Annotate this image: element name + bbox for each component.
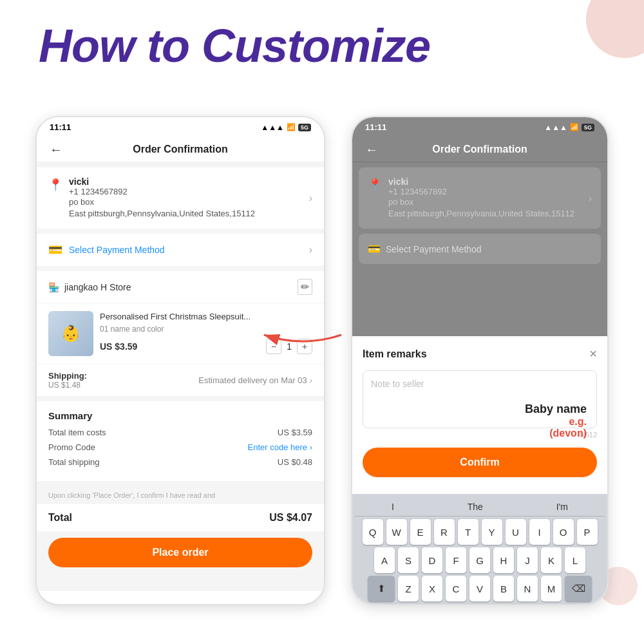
address-card[interactable]: 📍 vicki +1 1234567892 po box East pittsb… [37,167,324,229]
payment-method-row[interactable]: 💳 Select Payment Method › [37,234,324,266]
key-s[interactable]: S [398,547,419,573]
confirm-button[interactable]: Confirm [363,448,597,477]
payment-arrow-icon: › [309,244,312,256]
right-address-city: East pittsburgh,Pennsylvania,United Stat… [388,208,582,220]
key-x[interactable]: X [422,576,442,601]
promo-row[interactable]: Promo Code Enter code here › [48,442,312,452]
address-phone: +1 1234567892 [69,187,303,196]
right-address-name: vicki [388,176,582,187]
suggestion-the[interactable]: The [468,502,483,512]
key-q[interactable]: Q [363,519,383,545]
deco-circle-top-right [586,0,644,58]
space-key[interactable]: space [445,604,548,605]
key-a[interactable]: A [374,547,395,573]
keyboard-row-bottom: 123 🙂 space return [355,604,605,605]
status-bar-left: 11:11 ▲▲▲ 📶 5G [37,117,324,137]
nav-bar-left: ← Order Confirmation [37,137,324,162]
status-icons-right: ▲▲▲ 📶 5G [544,123,594,132]
right-address-card: 📍 vicki +1 1234567892 po box East pittsb… [359,167,601,229]
suggestion-i[interactable]: I [392,502,394,512]
remarks-header: Item remarks × [363,346,597,361]
right-background-overlay: 📍 vicki +1 1234567892 po box East pittsb… [352,162,607,336]
key-p[interactable]: P [577,519,598,545]
keyboard-suggestions: I The I'm [355,498,605,516]
baby-name-example: e.g. (devon) [525,416,587,439]
wifi-icon-right: 📶 [570,123,579,131]
address-info: vicki +1 1234567892 po box East pittsbur… [69,176,303,220]
key-n[interactable]: N [517,576,538,601]
shipping-cost: US $1.48 [48,381,87,390]
right-location-icon: 📍 [368,178,382,192]
key-j[interactable]: J [517,547,538,573]
key-y[interactable]: Y [482,519,502,545]
remarks-placeholder: Note to seller [371,379,424,389]
key-b[interactable]: B [493,576,514,601]
key-r[interactable]: R [434,519,455,545]
store-header: 🏪 jiangkao H Store ✏ [37,271,324,303]
key-o[interactable]: O [553,519,574,545]
address-street: po box [69,196,303,208]
signal-icon-right: ▲▲▲ [544,123,567,132]
key-i[interactable]: I [529,519,550,545]
promo-value: Enter code here › [248,442,312,452]
key-l[interactable]: L [565,547,585,573]
key-f[interactable]: F [446,547,466,573]
key-z[interactable]: Z [398,576,419,601]
keyboard-row-2: A S D F G H J K L [355,547,605,573]
key-t[interactable]: T [458,519,478,545]
key-u[interactable]: U [506,519,526,545]
emoji-key[interactable]: 🙂 [412,604,442,605]
back-button-right[interactable]: ← [365,142,378,157]
remarks-title: Item remarks [363,348,427,360]
right-payment-label: Select Payment Method [386,244,482,254]
payment-icon: 💳 [48,243,62,257]
key-h[interactable]: H [493,547,514,573]
keyboard: I The I'm Q W E R T Y U I O P A S D F G … [352,494,607,605]
total-items-value: US $3.59 [278,428,312,437]
key-k[interactable]: K [541,547,562,573]
key-e[interactable]: E [410,519,431,545]
disclaimer-text: Upon clicking 'Place Order', I confirm I… [37,486,324,504]
right-payment-row: 💳 Select Payment Method [359,234,601,264]
address-city: East pittsburgh,Pennsylvania,United Stat… [69,208,303,220]
suggestion-im[interactable]: I'm [556,502,568,512]
edit-icon[interactable]: ✏ [298,279,312,295]
wifi-icon-left: 📶 [287,123,296,131]
shift-key[interactable]: ⬆ [368,576,395,601]
right-address-info: vicki +1 1234567892 po box East pittsbur… [388,176,582,220]
nav-bar-right: ← Order Confirmation [352,137,607,162]
time-right: 11:11 [365,122,386,132]
key-c[interactable]: C [446,576,466,601]
keyboard-row-1: Q W E R T Y U I O P [355,519,605,545]
return-key[interactable]: return [551,604,581,605]
key-m[interactable]: M [541,576,562,601]
right-phone: 11:11 ▲▲▲ 📶 5G ← Order Confirmation 📍 vi… [351,116,609,605]
status-bar-right: 11:11 ▲▲▲ 📶 5G [352,117,607,137]
summary-title: Summary [48,410,312,421]
remarks-input-container: Note to seller Baby name e.g. (devon) 0/… [363,370,597,439]
right-address-street: po box [388,196,582,208]
shipping-delivery: Estimated delivery on Mar 03 [198,375,307,385]
nav-title-left: Order Confirmation [133,144,228,155]
remarks-close-button[interactable]: × [589,346,597,361]
back-button-left[interactable]: ← [50,142,62,157]
numbers-key[interactable]: 123 [379,604,409,605]
total-shipping-row: Total shipping US $0.48 [48,457,312,467]
key-g[interactable]: G [469,547,490,573]
product-price: US $3.59 [100,341,137,352]
total-shipping-value: US $0.48 [278,457,312,467]
key-w[interactable]: W [386,519,407,545]
left-phone: 11:11 ▲▲▲ 📶 5G ← Order Confirmation 📍 vi… [35,116,325,605]
total-items-row: Total item costs US $3.59 [48,428,312,437]
backspace-key[interactable]: ⌫ [565,576,592,601]
total-label: Total [48,512,72,524]
product-image: 👶 [48,311,93,356]
total-value: US $4.07 [269,512,312,524]
key-v[interactable]: V [469,576,490,601]
place-order-button[interactable]: Place order [48,538,312,567]
payment-label: Select Payment Method [69,245,303,255]
red-arrow-annotation [251,316,354,354]
store-name: jiangkao H Store [64,282,292,292]
total-shipping-label: Total shipping [48,457,100,467]
key-d[interactable]: D [422,547,442,573]
